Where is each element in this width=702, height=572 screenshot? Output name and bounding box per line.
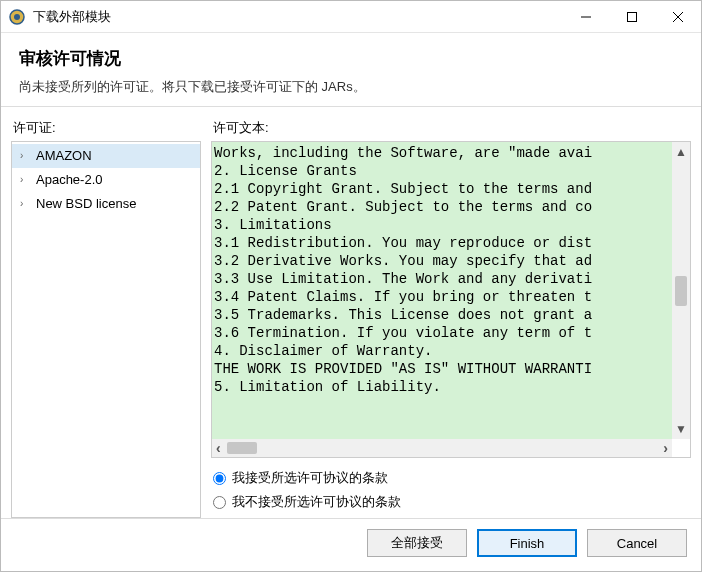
scroll-thumb-horizontal[interactable] <box>227 442 257 454</box>
svg-rect-3 <box>628 12 637 21</box>
maximize-button[interactable] <box>609 1 655 33</box>
license-tree[interactable]: ›AMAZON›Apache-2.0›New BSD license <box>11 141 201 518</box>
footer: 全部接受 Finish Cancel <box>1 518 701 571</box>
accept-all-button[interactable]: 全部接受 <box>367 529 467 557</box>
license-tree-item-label: AMAZON <box>36 146 92 166</box>
finish-button[interactable]: Finish <box>477 529 577 557</box>
window-controls <box>563 1 701 33</box>
license-tree-item[interactable]: ›AMAZON <box>12 144 200 168</box>
titlebar: 下载外部模块 <box>1 1 701 33</box>
license-list-panel: 许可证: ›AMAZON›Apache-2.0›New BSD license <box>11 117 201 518</box>
license-text-label: 许可文本: <box>211 117 691 141</box>
license-tree-item-label: Apache-2.0 <box>36 170 103 190</box>
app-icon <box>9 9 25 25</box>
reject-radio-label: 我不接受所选许可协议的条款 <box>232 493 401 511</box>
chevron-right-icon: › <box>20 170 32 190</box>
cancel-button[interactable]: Cancel <box>587 529 687 557</box>
license-text-box: Works, including the Software, are "made… <box>211 141 691 458</box>
page-subtitle: 尚未接受所列的许可证。将只下载已接受许可证下的 JARs。 <box>19 78 683 96</box>
accept-radio[interactable]: 我接受所选许可协议的条款 <box>213 466 689 490</box>
vertical-scrollbar[interactable]: ▲ ▼ <box>672 142 690 439</box>
scroll-up-icon[interactable]: ▲ <box>675 146 687 158</box>
chevron-right-icon: › <box>20 194 32 214</box>
license-text[interactable]: Works, including the Software, are "made… <box>212 142 690 439</box>
accept-radios: 我接受所选许可协议的条款 我不接受所选许可协议的条款 <box>211 458 691 518</box>
horizontal-scrollbar[interactable]: ‹ › <box>212 439 672 457</box>
reject-radio-input[interactable] <box>213 496 226 509</box>
header: 审核许可情况 尚未接受所列的许可证。将只下载已接受许可证下的 JARs。 <box>1 33 701 107</box>
close-button[interactable] <box>655 1 701 33</box>
scroll-right-icon[interactable]: › <box>663 441 668 455</box>
scroll-left-icon[interactable]: ‹ <box>216 441 221 455</box>
reject-radio[interactable]: 我不接受所选许可协议的条款 <box>213 490 689 514</box>
minimize-button[interactable] <box>563 1 609 33</box>
scroll-thumb-vertical[interactable] <box>675 276 687 306</box>
scroll-down-icon[interactable]: ▼ <box>675 423 687 435</box>
license-tree-item[interactable]: ›New BSD license <box>12 192 200 216</box>
license-tree-item-label: New BSD license <box>36 194 136 214</box>
accept-radio-input[interactable] <box>213 472 226 485</box>
page-heading: 审核许可情况 <box>19 47 683 70</box>
window-title: 下载外部模块 <box>33 8 563 26</box>
license-text-panel: 许可文本: Works, including the Software, are… <box>211 117 691 518</box>
chevron-right-icon: › <box>20 146 32 166</box>
license-list-label: 许可证: <box>11 117 201 141</box>
svg-point-1 <box>14 14 20 20</box>
license-tree-item[interactable]: ›Apache-2.0 <box>12 168 200 192</box>
content: 许可证: ›AMAZON›Apache-2.0›New BSD license … <box>1 107 701 518</box>
accept-radio-label: 我接受所选许可协议的条款 <box>232 469 388 487</box>
